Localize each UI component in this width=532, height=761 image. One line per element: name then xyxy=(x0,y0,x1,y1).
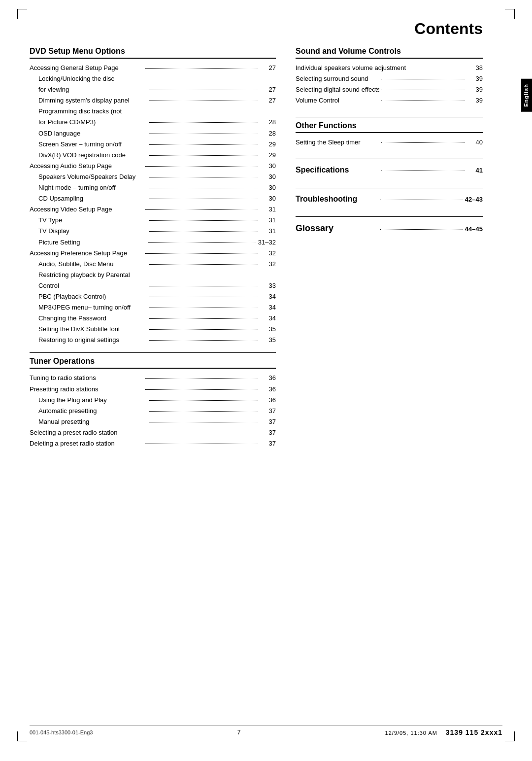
toc-entry: Manual presetting 37 xyxy=(30,416,276,427)
toc-label: Selecting surround sound xyxy=(296,73,379,84)
corner-mark-tl xyxy=(17,9,27,19)
toc-entry: Accessing General Setup Page 27 xyxy=(30,63,276,73)
toc-entry: Tuning to radio stations 36 xyxy=(30,373,276,383)
toc-label: Volume Control xyxy=(296,95,379,106)
toc-label: DivX(R) VOD registration code xyxy=(38,150,147,161)
toc-dots xyxy=(149,199,258,199)
toc-dots xyxy=(145,444,258,444)
toc-dots xyxy=(149,286,258,286)
footer-timestamp: 12/9/05, 11:30 AM xyxy=(385,730,437,736)
toc-entry: Accessing Audio Setup Page 30 xyxy=(30,161,276,172)
section-divider xyxy=(296,159,483,159)
glossary-section: Glossary 44–45 xyxy=(296,216,483,236)
toc-label: Setting the DivX Subtitle font xyxy=(38,324,147,335)
toc-label: Audio, Subtitle, Disc Menu xyxy=(38,259,147,270)
section-divider xyxy=(296,216,483,217)
toc-label: Dimming system's display panel xyxy=(38,95,147,106)
footer-page-number: 7 xyxy=(237,729,241,736)
toc-label: Manual presetting xyxy=(38,416,147,427)
toc-label: Tuning to radio stations xyxy=(30,373,143,383)
toc-dots xyxy=(149,297,258,297)
toc-label: Locking/Unlocking the disc xyxy=(38,73,149,84)
toc-dots xyxy=(145,378,258,379)
toc-label: Accessing Audio Setup Page xyxy=(30,161,143,172)
toc-entry: Programming disc tracks (not xyxy=(30,106,276,117)
toc-dots xyxy=(149,400,258,401)
toc-page: 32 xyxy=(260,248,276,259)
toc-dots xyxy=(145,166,258,167)
toc-page: 31–32 xyxy=(258,237,276,248)
toc-page: 44–45 xyxy=(465,224,483,235)
toc-page: 30 xyxy=(260,193,276,204)
toc-label: PBC (Playback Control) xyxy=(38,291,147,302)
toc-label: Specifications xyxy=(296,163,379,176)
toc-entry: Deleting a preset radio station 37 xyxy=(30,438,276,449)
sound-volume-section: Sound and Volume Controls Individual spe… xyxy=(296,47,483,106)
toc-entry: Control 33 xyxy=(30,280,276,291)
toc-page: 31 xyxy=(260,215,276,226)
toc-entry: Setting the DivX Subtitle font 35 xyxy=(30,324,276,335)
toc-entry: Setting the Sleep timer 40 xyxy=(296,137,483,148)
toc-label: TV Display xyxy=(38,226,147,237)
section-divider xyxy=(30,352,276,353)
toc-label: Accessing General Setup Page xyxy=(30,63,143,73)
toc-page: 27 xyxy=(260,84,276,95)
toc-entry-preference: Accessing Preference Setup Page 32 xyxy=(30,248,276,259)
toc-page: 37 xyxy=(260,438,276,449)
footer-product-code: 12/9/05, 11:30 AM 3139 115 2xxx1 xyxy=(385,728,502,736)
toc-page: 30 xyxy=(260,172,276,182)
toc-label: CD Upsampling xyxy=(38,193,147,204)
toc-entry: for viewing 27 xyxy=(30,84,276,95)
toc-dots xyxy=(381,142,465,143)
toc-dots xyxy=(149,422,258,422)
toc-page: 34 xyxy=(260,291,276,302)
left-column: DVD Setup Menu Options Accessing General… xyxy=(30,47,276,449)
toc-page: 29 xyxy=(260,150,276,161)
toc-entry: Screen Saver – turning on/off 29 xyxy=(30,139,276,150)
toc-label: for viewing xyxy=(38,84,147,95)
toc-entry: Changing the Password 34 xyxy=(30,313,276,324)
toc-entry: Locking/Unlocking the disc xyxy=(30,73,276,84)
section-divider xyxy=(296,188,483,188)
toc-page: 31 xyxy=(260,204,276,215)
toc-entry: Using the Plug and Play 36 xyxy=(30,395,276,406)
toc-entry: Restricting playback by Parental xyxy=(30,270,276,280)
toc-entry-specifications: Specifications 41 xyxy=(296,163,483,176)
toc-dots xyxy=(149,411,258,412)
toc-entry: Presetting radio stations 36 xyxy=(30,384,276,395)
toc-page: 28 xyxy=(260,128,276,139)
toc-page: 33 xyxy=(260,280,276,291)
toc-entry: Night mode – turning on/off 30 xyxy=(30,182,276,193)
toc-page: 28 xyxy=(260,117,276,128)
toc-label: Screen Saver – turning on/off xyxy=(38,139,147,150)
toc-page: 27 xyxy=(260,63,276,73)
toc-label: OSD language xyxy=(38,128,147,139)
toc-dots xyxy=(149,308,258,308)
toc-page: 31 xyxy=(260,226,276,237)
toc-dots xyxy=(149,101,258,101)
toc-dots xyxy=(149,340,258,341)
toc-entry: Selecting digital sound effects 39 xyxy=(296,84,483,95)
toc-label: Selecting a preset radio station xyxy=(30,427,143,438)
dvd-setup-header: DVD Setup Menu Options xyxy=(30,47,276,59)
toc-dots xyxy=(149,188,258,188)
toc-entry: Volume Control 39 xyxy=(296,95,483,106)
toc-page: 30 xyxy=(260,182,276,193)
toc-entry: MP3/JPEG menu– turning on/off 34 xyxy=(30,302,276,313)
toc-entry: Dimming system's display panel 27 xyxy=(30,95,276,106)
toc-page: 27 xyxy=(260,95,276,106)
sound-volume-header: Sound and Volume Controls xyxy=(296,47,483,59)
toc-page: 41 xyxy=(467,165,483,176)
toc-page: 38 xyxy=(476,63,483,73)
toc-entry: Restoring to original settings 35 xyxy=(30,335,276,346)
toc-entry: Audio, Subtitle, Disc Menu 32 xyxy=(30,259,276,270)
specifications-section: Specifications 41 xyxy=(296,159,483,176)
toc-dots xyxy=(148,242,256,243)
toc-page: 29 xyxy=(260,139,276,150)
toc-page: 36 xyxy=(260,395,276,406)
toc-dots xyxy=(381,79,465,79)
toc-dots xyxy=(149,177,258,177)
toc-label: Using the Plug and Play xyxy=(38,395,147,406)
other-functions-section: Other Functions Setting the Sleep timer … xyxy=(296,117,483,148)
toc-page: 37 xyxy=(260,406,276,416)
